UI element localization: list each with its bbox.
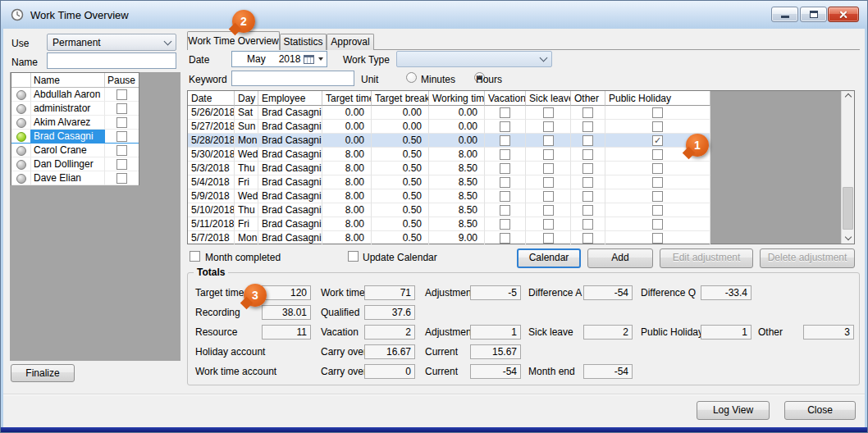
date-picker[interactable]: May 2018 (231, 51, 327, 67)
calendar-icon[interactable] (304, 55, 314, 64)
table-row[interactable]: 5/27/2018SunBrad Casagni0.000.000.00 (188, 120, 854, 134)
column-header-public-holiday[interactable]: Public Holiday (605, 91, 710, 106)
unit-minutes-label[interactable]: Minutes (421, 74, 455, 85)
column-header-date[interactable]: Date (188, 91, 235, 106)
pause-checkbox[interactable] (116, 159, 127, 170)
minimize-button[interactable] (771, 7, 798, 22)
other-checkbox[interactable] (582, 177, 593, 188)
work-type-combobox[interactable] (396, 51, 552, 67)
employee-row[interactable]: Dave Elian (11, 171, 139, 185)
log-view-button[interactable]: Log View (697, 401, 770, 420)
date-dropdown-arrow-icon[interactable] (318, 57, 323, 61)
vacation-checkbox[interactable] (500, 177, 510, 188)
table-row[interactable]: 5/11/2018FriBrad Casagni8.000.508.50 (188, 217, 854, 231)
update-calendar-label[interactable]: Update Calendar (363, 252, 437, 263)
employee-name-cell[interactable]: Dave Elian (31, 171, 105, 185)
table-row[interactable]: 5/30/2018WedBrad Casagni8.000.508.00 (188, 148, 854, 162)
column-header-other[interactable]: Other (571, 91, 605, 106)
employee-row[interactable]: Akim Alvarez (11, 116, 139, 130)
sick-leave-checkbox[interactable] (543, 233, 554, 244)
calendar-button[interactable]: Calendar (517, 248, 581, 268)
employee-row[interactable]: Brad Casagni (11, 130, 139, 144)
column-header-working-time[interactable]: Working time (429, 91, 485, 106)
column-header-employee[interactable]: Employee (258, 91, 322, 106)
public-holiday-checkbox[interactable] (652, 107, 663, 118)
maximize-button[interactable] (800, 7, 827, 22)
tab-statistics[interactable]: Statistics (280, 34, 327, 50)
other-checkbox[interactable] (582, 107, 593, 118)
employee-row[interactable]: Abdullah Aaron (11, 88, 139, 102)
column-header-sick-leave[interactable]: Sick leave (526, 91, 571, 106)
public-holiday-checkbox[interactable] (652, 135, 663, 146)
pause-checkbox[interactable] (116, 173, 127, 184)
public-holiday-checkbox[interactable] (652, 149, 663, 160)
column-header-target-break[interactable]: Target break (372, 91, 429, 106)
public-holiday-checkbox[interactable] (652, 121, 663, 132)
titlebar[interactable]: Work Time Overview (1, 1, 867, 29)
column-header-day[interactable]: Day (235, 91, 258, 106)
vacation-checkbox[interactable] (500, 163, 510, 174)
sick-leave-checkbox[interactable] (543, 149, 554, 160)
other-checkbox[interactable] (582, 191, 593, 202)
pause-column-header[interactable]: Pause (105, 73, 139, 87)
date-year-value[interactable]: 2018 (279, 53, 301, 65)
vertical-scrollbar[interactable] (841, 91, 854, 244)
add-button[interactable]: Add (587, 248, 653, 268)
public-holiday-checkbox[interactable] (652, 191, 663, 202)
vacation-checkbox[interactable] (500, 107, 510, 118)
table-row[interactable]: 5/3/2018ThuBrad Casagni8.000.508.50 (188, 162, 854, 175)
tab-approval[interactable]: Approval (327, 34, 374, 50)
pause-checkbox[interactable] (116, 103, 127, 114)
employee-name-cell[interactable]: Brad Casagni (31, 130, 105, 144)
employee-name-cell[interactable]: administrator (31, 102, 105, 116)
public-holiday-checkbox[interactable] (652, 205, 663, 216)
other-checkbox[interactable] (582, 163, 593, 174)
date-month-value[interactable]: May (247, 53, 266, 65)
employee-row[interactable]: administrator (11, 102, 139, 116)
vacation-checkbox[interactable] (500, 135, 510, 146)
employee-name-cell[interactable]: Akim Alvarez (31, 116, 105, 130)
other-checkbox[interactable] (582, 233, 593, 244)
vacation-checkbox[interactable] (500, 149, 510, 160)
name-column-header[interactable]: Name (31, 73, 105, 87)
sick-leave-checkbox[interactable] (543, 163, 554, 174)
pause-checkbox[interactable] (116, 131, 127, 142)
other-checkbox[interactable] (582, 121, 593, 132)
scrollbar-thumb[interactable] (843, 187, 853, 230)
keyword-input[interactable] (231, 71, 354, 86)
public-holiday-checkbox[interactable] (652, 219, 663, 230)
sick-leave-checkbox[interactable] (543, 191, 554, 202)
month-completed-checkbox[interactable] (190, 251, 200, 262)
vacation-checkbox[interactable] (500, 233, 510, 244)
pause-checkbox[interactable] (116, 117, 127, 128)
pause-checkbox[interactable] (116, 145, 127, 156)
vacation-checkbox[interactable] (500, 219, 510, 230)
unit-minutes-radio[interactable] (406, 72, 417, 83)
employee-name-cell[interactable]: Abdullah Aaron (31, 88, 105, 102)
table-row[interactable]: 5/26/2018SatBrad Casagni0.000.000.00 (188, 106, 854, 120)
sick-leave-checkbox[interactable] (543, 177, 554, 188)
employee-list[interactable]: Name Pause Abdullah AaronadministratorAk… (11, 72, 139, 185)
employee-name-cell[interactable]: Dan Dollinger (31, 157, 105, 171)
vacation-checkbox[interactable] (500, 121, 510, 132)
scroll-down-button[interactable] (842, 230, 854, 244)
table-row[interactable]: 5/7/2018MonBrad Casagni8.000.509.00 (188, 231, 854, 245)
public-holiday-checkbox[interactable] (652, 163, 663, 174)
other-checkbox[interactable] (582, 205, 593, 216)
sick-leave-checkbox[interactable] (543, 135, 554, 146)
pause-checkbox[interactable] (116, 89, 127, 100)
public-holiday-checkbox[interactable] (652, 233, 663, 244)
update-calendar-checkbox[interactable] (348, 251, 359, 262)
close-window-button[interactable] (828, 7, 859, 22)
column-header-vacation[interactable]: Vacation (485, 91, 526, 106)
finalize-button[interactable]: Finalize (11, 364, 75, 382)
table-row[interactable]: 5/4/2018FriBrad Casagni8.000.508.50 (188, 175, 854, 189)
other-checkbox[interactable] (582, 135, 593, 146)
month-completed-label[interactable]: Month completed (205, 252, 281, 263)
other-checkbox[interactable] (582, 149, 593, 160)
sick-leave-checkbox[interactable] (543, 121, 554, 132)
employee-row[interactable]: Carol Crane (11, 144, 139, 157)
scroll-up-button[interactable] (842, 91, 854, 104)
unit-hours-label[interactable]: Hours (476, 74, 502, 85)
employee-name-cell[interactable]: Carol Crane (31, 144, 105, 157)
